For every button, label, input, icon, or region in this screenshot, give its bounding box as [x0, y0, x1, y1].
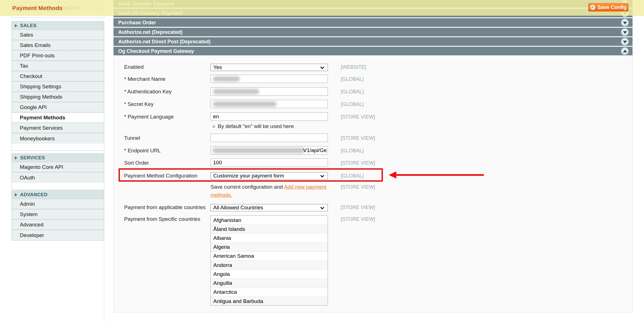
- add-new-payment-methods-link[interactable]: methods.: [210, 192, 232, 198]
- chevron-down-icon: [623, 22, 627, 24]
- save-config-note-line2: methods.: [210, 192, 232, 198]
- section-title: Authorize.net Direct Post (Deprecated): [118, 39, 210, 45]
- field-note: By default "en" will be used here: [212, 123, 294, 129]
- authentication-key-input[interactable]: [210, 87, 328, 96]
- sidebar-border-line: [104, 241, 104, 322]
- section-bar-authorize-net[interactable]: Authorize.net (Deprecated): [113, 28, 633, 36]
- field-label-authentication-key: * Authentication Key: [124, 89, 172, 95]
- collapse-section-button[interactable]: [621, 48, 628, 55]
- scope-label: [GLOBAL]: [341, 101, 364, 107]
- magento-config-page: Persistent Shopping Cart SALES Sales Sal…: [0, 0, 644, 322]
- payment-language-input[interactable]: [210, 112, 328, 121]
- endpoint-url-visible-text: V1/api/Ge: [303, 147, 327, 153]
- field-label-sort-order: Sort Order: [124, 160, 149, 166]
- country-option[interactable]: Afghanistan: [211, 216, 328, 225]
- country-option[interactable]: Albania: [211, 234, 328, 243]
- field-label-specific-countries: Payment from Specific countries: [124, 216, 200, 222]
- annotation-arrow-line: [395, 174, 484, 176]
- sidebar-item-google-api[interactable]: Google API: [12, 102, 104, 113]
- redacted-value: [212, 148, 305, 153]
- chevron-down-icon: [320, 174, 324, 177]
- sidebar-item-shipping-settings[interactable]: Shipping Settings: [12, 82, 104, 92]
- expand-section-button[interactable]: [621, 19, 628, 26]
- section-bar-og-checkout-payment-gateway[interactable]: Og Checkout Payment Gateway: [113, 47, 633, 55]
- country-option[interactable]: Antigua and Barbuda: [211, 297, 328, 306]
- country-option[interactable]: Angola: [211, 270, 328, 279]
- triangle-right-icon: [15, 24, 17, 27]
- section-bar-purchase-order[interactable]: Purchase Order: [113, 18, 633, 27]
- section-title: Og Checkout Payment Gateway: [118, 48, 194, 54]
- sidebar-item-oauth[interactable]: OAuth: [12, 172, 104, 183]
- save-config-note: Save current configuration and Add new p…: [210, 184, 335, 190]
- sidebar-item-payment-services[interactable]: Payment Services: [12, 123, 104, 133]
- section-bar-authorize-net-direct-post[interactable]: Authorize.net Direct Post (Deprecated): [113, 37, 633, 46]
- chevron-down-icon: [320, 65, 324, 69]
- sidebar-item-sales[interactable]: Sales: [12, 30, 104, 40]
- sidebar-item-payment-methods[interactable]: Payment Methods: [12, 113, 104, 123]
- sidebar-group-header-advanced[interactable]: ADVANCED: [12, 191, 104, 199]
- field-label-payment-method-configuration: Payment Method Configuration: [124, 173, 197, 179]
- sidebar-item-admin[interactable]: Admin: [12, 199, 104, 209]
- checkmark-icon: ✔: [590, 5, 595, 10]
- scope-label: [GLOBAL]: [341, 76, 364, 82]
- tunnel-input[interactable]: [210, 134, 328, 142]
- endpoint-url-input[interactable]: V1/api/Ge: [210, 146, 328, 155]
- add-new-payment-methods-link[interactable]: Add new payment: [284, 184, 326, 190]
- sidebar-group-services: SERVICES Magento Core API OAuth: [11, 153, 104, 190]
- section-title: Authorize.net (Deprecated): [118, 29, 183, 35]
- scope-label: [WEBSITE]: [341, 64, 366, 70]
- sidebar-group-label: SERVICES: [20, 155, 45, 161]
- sidebar-item-magento-core-api[interactable]: Magento Core API: [12, 162, 104, 172]
- merchant-name-input[interactable]: [210, 75, 328, 83]
- scope-label: [STORE VIEW]: [341, 160, 375, 166]
- expand-section-button[interactable]: [621, 38, 628, 45]
- expand-section-button[interactable]: [621, 29, 628, 36]
- sidebar-group-label: ADVANCED: [20, 192, 48, 198]
- sort-order-input[interactable]: [210, 158, 328, 167]
- payment-method-configuration-select[interactable]: Customize your payment form: [210, 172, 328, 179]
- country-option[interactable]: American Samoa: [211, 252, 328, 261]
- sidebar-group-header-sales[interactable]: SALES: [12, 22, 104, 30]
- country-option[interactable]: Algeria: [211, 243, 328, 252]
- scope-label: [STORE VIEW]: [341, 205, 375, 210]
- sidebar-item-shipping-methods[interactable]: Shipping Methods: [12, 92, 104, 102]
- triangle-right-icon: [15, 156, 17, 160]
- og-checkout-settings-panel: Enabled Yes [WEBSITE] * Merchant Name [G…: [113, 55, 633, 312]
- sidebar-item-system[interactable]: System: [12, 209, 104, 220]
- scope-label: [GLOBAL]: [341, 148, 364, 154]
- country-option[interactable]: Antarctica: [211, 288, 328, 297]
- sidebar-item-tax[interactable]: Tax: [12, 61, 104, 71]
- field-label-merchant-name: * Merchant Name: [124, 76, 165, 82]
- chevron-down-icon: [623, 41, 627, 43]
- specific-countries-multiselect[interactable]: Afghanistan Åland Islands Albania Algeri…: [210, 216, 328, 306]
- scope-label: [STORE VIEW]: [341, 184, 375, 190]
- sidebar-item-advanced[interactable]: Advanced: [12, 220, 104, 230]
- sidebar-item-sales-emails[interactable]: Sales Emails: [12, 40, 104, 51]
- scope-label: [STORE VIEW]: [341, 114, 375, 120]
- selected-value: Yes: [213, 64, 222, 70]
- field-label-applicable-countries: Payment from applicable countries: [124, 204, 205, 210]
- field-label-enabled: Enabled: [124, 64, 144, 70]
- sidebar-item-developer[interactable]: Developer: [12, 230, 104, 240]
- selected-value: All Allowed Countries: [213, 205, 263, 211]
- section-title: Purchase Order: [118, 20, 156, 26]
- applicable-countries-select[interactable]: All Allowed Countries: [210, 204, 328, 211]
- country-option[interactable]: Anguilla: [211, 279, 328, 288]
- save-config-button[interactable]: ✔ Save Config: [588, 3, 628, 11]
- selected-value: Customize your payment form: [213, 173, 284, 179]
- secret-key-input[interactable]: [210, 100, 328, 108]
- redacted-value: [213, 101, 277, 107]
- scope-label: [GLOBAL]: [341, 173, 364, 179]
- sidebar-group-header-services[interactable]: SERVICES: [12, 154, 104, 162]
- sidebar-item-moneybookers[interactable]: Moneybookers: [12, 133, 104, 144]
- country-option[interactable]: Åland Islands: [211, 225, 328, 234]
- field-label-payment-language: * Payment Language: [124, 114, 174, 120]
- sidebar-item-checkout[interactable]: Checkout: [12, 71, 104, 82]
- field-label-tunnel: Tunnel: [124, 135, 140, 141]
- sidebar-item-pdf-print-outs[interactable]: PDF Print-outs: [12, 51, 104, 61]
- country-option[interactable]: Andorra: [211, 261, 328, 270]
- scope-label: [GLOBAL]: [341, 89, 364, 95]
- enabled-select[interactable]: Yes: [210, 64, 328, 71]
- redacted-value: [213, 76, 240, 82]
- chevron-down-icon: [320, 205, 324, 209]
